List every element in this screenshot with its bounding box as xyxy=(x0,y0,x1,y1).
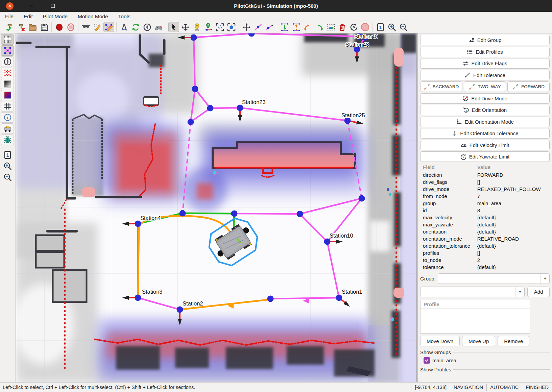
edit-profiles-button[interactable]: Edit Profiles xyxy=(420,47,550,57)
toolbar-undo-orange-button[interactable] xyxy=(302,22,313,32)
table-row[interactable]: directionFORWARD xyxy=(420,171,550,178)
graph-edge[interactable] xyxy=(210,108,240,108)
table-row[interactable]: orientation_tolerance{default} xyxy=(420,242,550,249)
toolbar-sunglasses-button[interactable] xyxy=(80,22,91,32)
map-canvas[interactable]: Station40Station43Station23Station25Stat… xyxy=(16,33,416,382)
dock-gradient-rb-button[interactable] xyxy=(1,90,14,100)
forward-button[interactable]: FORWARD xyxy=(507,81,550,92)
dock-hash-grid-button[interactable] xyxy=(1,101,14,112)
graph-node-15[interactable] xyxy=(336,295,342,301)
toolbar-record-button[interactable] xyxy=(54,22,65,32)
graph-edge[interactable] xyxy=(234,214,300,214)
toolbar-insert-below-button[interactable] xyxy=(279,22,290,32)
graph-edge[interactable] xyxy=(138,298,180,310)
remove-button[interactable]: Remove xyxy=(498,336,529,346)
backward-button[interactable]: BACKWARD xyxy=(420,81,462,92)
graph-node-1[interactable] xyxy=(248,33,255,37)
table-row[interactable]: from_node7 xyxy=(420,193,550,200)
toolbar-move-cross-button[interactable] xyxy=(241,22,252,32)
graph-node-5[interactable] xyxy=(192,86,198,92)
toolbar-select-filled-button[interactable] xyxy=(226,22,237,32)
move-up-button[interactable]: Move Up xyxy=(462,336,495,346)
dock-robot-cart-button[interactable] xyxy=(1,123,14,134)
toolbar-rotate-reset-button[interactable] xyxy=(348,22,359,32)
station-label[interactable]: Station10 xyxy=(330,232,353,239)
graph-node-17[interactable] xyxy=(177,307,183,313)
edit-yawrate-limit-button[interactable]: Edit Yawrate Limit xyxy=(420,151,550,162)
field-value-table[interactable]: Field Value directionFORWARDdrive_flags[… xyxy=(420,163,550,271)
table-row[interactable]: groupmain_area xyxy=(420,200,550,207)
edit-tolerance-button[interactable]: Edit Tolerance xyxy=(420,70,550,80)
edit-orientation-mode-button[interactable]: Edit Orientation Mode xyxy=(420,117,550,127)
dock-bug-button[interactable] xyxy=(1,134,14,145)
toolbar-edit-map-pencil-button[interactable] xyxy=(92,22,103,32)
menu-tools[interactable]: Tools xyxy=(113,12,136,21)
checkbox-checked[interactable] xyxy=(424,357,430,364)
group-combobox[interactable]: ▼ xyxy=(438,273,550,284)
toolbar-stop-octagon-button[interactable] xyxy=(360,22,370,32)
graph-edge[interactable] xyxy=(300,214,327,242)
edit-drive-mode-button[interactable]: Edit Drive Mode xyxy=(420,93,550,104)
toolbar-trash-red-button[interactable] xyxy=(337,22,347,32)
toolbar-edge-node-button[interactable] xyxy=(253,22,263,32)
graph-edge[interactable] xyxy=(240,108,347,121)
show-group-item[interactable]: main_area xyxy=(424,357,550,364)
move-down-button[interactable]: Move Down xyxy=(420,336,460,346)
menu-edit[interactable]: Edit xyxy=(19,12,38,21)
toolbar-record-stop-button[interactable] xyxy=(65,22,76,32)
toolbar-select-dashed-button[interactable] xyxy=(214,22,225,32)
toolbar-cursor-button[interactable] xyxy=(168,22,179,32)
toolbar-insert-above-button[interactable] xyxy=(291,22,302,32)
graph-node-7[interactable] xyxy=(188,119,194,125)
dock-graph-square-button[interactable] xyxy=(1,45,14,56)
graph-edge[interactable] xyxy=(270,298,339,299)
toolbar-connect-check-button[interactable] xyxy=(4,22,15,32)
toolbar-page-one-button[interactable]: 1 xyxy=(375,22,386,32)
toolbar-pin-question-button[interactable]: ? xyxy=(191,22,202,32)
add-button[interactable]: Add xyxy=(527,287,550,297)
toolbar-refresh-green-button[interactable] xyxy=(130,22,141,32)
edit-velocity-limit-button[interactable]: Edit Velocity Limit xyxy=(420,140,550,150)
table-row[interactable]: orientation{default} xyxy=(420,228,550,235)
edit-orientation-tolerance-button[interactable]: Edit Orientation Tolerance xyxy=(420,128,550,139)
toolbar-zoom-out-button[interactable] xyxy=(398,22,409,32)
dock-compass-button[interactable] xyxy=(1,56,14,67)
graph-node-19[interactable] xyxy=(135,221,141,227)
table-row[interactable]: max_velocity{default} xyxy=(420,214,550,221)
toolbar-edge-node-arrow-button[interactable] xyxy=(264,22,275,32)
toolbar-gamepad-button[interactable] xyxy=(153,22,164,32)
profile-list[interactable]: Profile xyxy=(420,300,530,334)
dock-gradient-bw-button[interactable] xyxy=(1,79,14,89)
table-row[interactable]: drive_flags[] xyxy=(420,178,550,186)
station-label[interactable]: Station4 xyxy=(140,215,161,221)
station-label[interactable]: Station25 xyxy=(341,112,365,118)
menu-motion-mode[interactable]: Motion Mode xyxy=(73,12,113,21)
table-row[interactable]: max_yawrate{default} xyxy=(420,221,550,228)
station-label[interactable]: Station2 xyxy=(183,300,203,307)
toolbar-save-floppy-button[interactable] xyxy=(39,22,49,32)
table-row[interactable]: orientation_modeRELATIVE_ROAD xyxy=(420,235,550,242)
table-row[interactable]: id8 xyxy=(420,207,550,214)
graph-node-6[interactable] xyxy=(207,105,214,112)
graph-node-16[interactable] xyxy=(267,296,274,302)
profile-combobox[interactable]: ▼ xyxy=(420,287,525,297)
edit-drive-flags-button[interactable]: Edit Drive Flags xyxy=(420,58,550,69)
graph-node-18[interactable] xyxy=(135,295,141,301)
station-label[interactable]: Station40 xyxy=(354,33,378,40)
table-row[interactable]: profiles[] xyxy=(420,249,550,256)
graph-node-13[interactable] xyxy=(359,195,365,202)
dock-page-one-button[interactable]: 1 xyxy=(1,150,14,160)
two-way-button[interactable]: TWO_WAY xyxy=(464,81,506,92)
close-button[interactable]: ✕ xyxy=(6,2,14,10)
dock-zoom-out-button[interactable] xyxy=(1,172,14,182)
minimize-button[interactable]: – xyxy=(29,2,34,10)
station-label[interactable]: Station23 xyxy=(242,99,266,105)
toolbar-open-folder-button[interactable] xyxy=(27,22,38,32)
toolbar-drafting-compass-button[interactable] xyxy=(119,22,129,32)
dock-zoom-in-button[interactable] xyxy=(1,161,14,171)
graph-node-12[interactable] xyxy=(297,211,303,217)
chevron-down-icon[interactable]: ▼ xyxy=(515,287,524,297)
table-row[interactable]: tolerance{default} xyxy=(420,264,550,271)
graph-node-9[interactable] xyxy=(344,118,351,124)
toolbar-pin-target-button[interactable] xyxy=(203,22,214,32)
